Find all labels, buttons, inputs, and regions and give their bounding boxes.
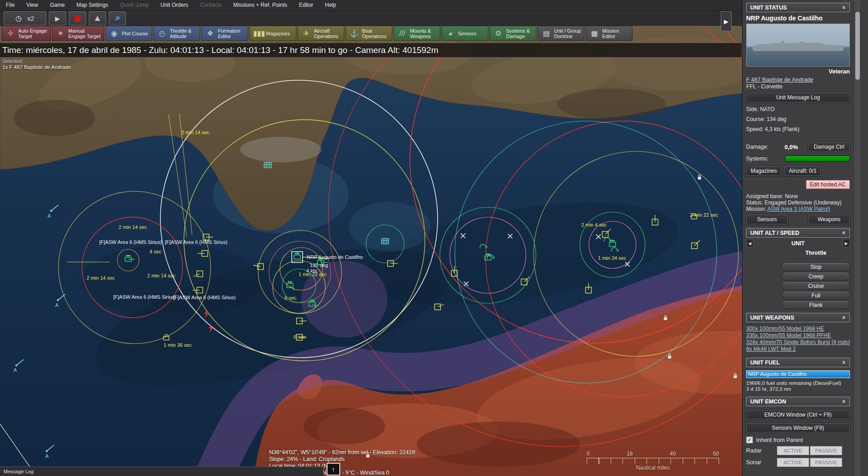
ribbon-button-plot-course[interactable]: ◉Plot Course [106, 26, 152, 41]
auto-engage-target-icon: ✛ [5, 31, 15, 36]
ribbon-button-boat-operations[interactable]: ⚓BoatOperations [346, 26, 392, 41]
message-log-bar[interactable]: Message Log [0, 466, 323, 476]
sensors-button[interactable]: Sensors [746, 214, 788, 224]
emcon-radar-active-button[interactable]: ACTIVE [777, 446, 809, 455]
map-label: A [48, 213, 51, 219]
map-label: 6 sec [285, 295, 297, 301]
mission-line: Mission: ASW Area 3 (ASW Patrol) [746, 206, 850, 212]
collapse-chevron-icon[interactable]: « [841, 231, 848, 234]
throttle-button-flank[interactable]: Flank [782, 301, 850, 309]
ribbon-button-magazines[interactable]: ▮▮▮Magazines [250, 26, 296, 41]
sidebar-expand-button[interactable]: ▶ [721, 11, 732, 31]
map-label: NRP Augusto de Castilho [307, 254, 363, 260]
unit-name: NRP Augusto de Castilho [746, 15, 850, 22]
damage-ctrl-button[interactable]: Damage Ctrl [808, 142, 850, 151]
menu-item-help[interactable]: Help [319, 0, 342, 10]
ribbon-button-sensors[interactable]: ◕Sensors [442, 26, 488, 41]
emcon-sonar-active-button[interactable]: ACTIVE [777, 458, 809, 467]
unit-status-header[interactable]: UNIT STATUS « [746, 3, 850, 12]
selected-value: 1x F 487 Baptiste de Andrade [2, 64, 71, 70]
menu-item-missions-ref-points[interactable]: Missions + Ref. Points [227, 0, 293, 10]
throttle-button-stop[interactable]: Stop [782, 262, 850, 271]
unit-side: Side: NATO [746, 106, 850, 112]
scale-tick-label: 50 [713, 451, 719, 457]
emcon-window-button[interactable]: EMCON Window (Ctrl + F9) [746, 410, 850, 419]
mission-link[interactable]: ASW Area 3 (ASW Patrol) [767, 206, 830, 212]
ribbon-button-throttle-altitude[interactable]: ◴Throttle &Altitude [154, 26, 200, 41]
emcon-sensor-label: Radar [746, 447, 776, 454]
prev-unit-button[interactable]: ◀ [746, 239, 753, 248]
throttle-button-creep[interactable]: Creep [782, 272, 850, 281]
menu-bar: FileViewGameMap SettingsQuick JumpUnit O… [0, 0, 868, 11]
edit-hosted-ac-button[interactable]: Edit hosted AC [806, 180, 850, 189]
emcon-radar-passive-button[interactable]: PASSIVE [810, 446, 842, 455]
sensors-icon: ◕ [445, 31, 455, 36]
menu-item-view[interactable]: View [20, 0, 44, 10]
weapon-link-6x-mk46-lwt-mod-2[interactable]: 6x Mk46 LWT Mod 2 [746, 346, 850, 353]
emcon-sensor-label: Sonar [746, 459, 776, 466]
reference-point-icon [264, 162, 271, 168]
fuel-selected-unit[interactable]: NRP Augusto de Castilho [746, 370, 850, 378]
ribbon-button-mounts-weapons[interactable]: ///Mounts &Weapons [394, 26, 440, 41]
unit-message-log-button[interactable]: Unit Message Log [746, 92, 850, 102]
play-button[interactable]: ▶ [49, 11, 66, 25]
throttle-button-cruise[interactable]: Cruise [782, 282, 850, 290]
stop-button[interactable] [69, 11, 86, 25]
ribbon-button-formation-editor[interactable]: ❖FormationEditor [202, 26, 248, 41]
menu-item-unit-orders[interactable]: Unit Orders [154, 0, 194, 10]
aircraft-button[interactable]: Aircraft: 0/1 [784, 166, 821, 176]
scale-tick-label: 18 [627, 451, 632, 457]
lock-icon [664, 317, 667, 320]
message-log-expand-button[interactable]: ↑ [327, 463, 340, 476]
weapon-link-335x-100mm-55-model-1968-pfhe[interactable]: 335x 100mm/55 Model 1968 PFHE [746, 332, 850, 339]
menu-item-map-settings[interactable]: Map Settings [71, 0, 114, 10]
inherit-from-parent-checkbox[interactable]: ✔ [746, 437, 753, 443]
time-compression-button[interactable]: ◷ x2 [4, 11, 46, 25]
map-label: 2 min 4 sec [581, 222, 607, 228]
jump-to-button[interactable]: ➔ [109, 11, 126, 25]
ribbon-button-label: Throttle &Altitude [170, 28, 192, 39]
unit-alt-speed-title: UNIT ALT / SPEED [750, 230, 799, 236]
map-view-button[interactable] [89, 11, 106, 25]
weapon-link-300x-100mm-55-model-1968-he[interactable]: 300x 100mm/55 Model 1968 HE [746, 325, 850, 332]
weapons-button[interactable]: Weapons [808, 214, 850, 224]
ribbon-button-manual-engage-target[interactable]: ✷ManualEngage Target [52, 26, 104, 41]
map-contact-ref[interactable] [264, 162, 271, 168]
collapse-chevron-icon[interactable]: « [841, 361, 848, 364]
unit-speed: Speed: 4,3 kts (Flank) [746, 126, 850, 132]
map-label: [F]ASW Area 6 (HMS Sirius) [173, 295, 236, 300]
menu-item-game[interactable]: Game [44, 0, 71, 10]
menu-item-file[interactable]: File [0, 0, 20, 10]
unit-emcon-header[interactable]: UNIT EMCON « [746, 397, 850, 406]
map-label: 4 kts [306, 268, 317, 273]
magazines-button[interactable]: Magazines [746, 166, 781, 176]
unit-weapons-header[interactable]: UNIT WEAPONS « [746, 313, 850, 322]
map-contact-ref[interactable] [381, 238, 389, 244]
unit-type: FFL - Corvette [746, 83, 850, 90]
lock-icon [734, 375, 737, 378]
ribbon-button-unit-group-doctrine[interactable]: ▤Unit / GroupDoctrine [538, 26, 584, 41]
ribbon-button-label: ManualEngage Target [68, 28, 101, 39]
ribbon-button-auto-engage-target[interactable]: ✛Auto EngageTarget [2, 26, 51, 41]
ribbon-button-mission-editor[interactable]: ▦MissionEditor [586, 26, 632, 41]
ribbon-button-aircraft-operations[interactable]: ✈AircraftOperations [298, 26, 344, 41]
unit-photo [746, 24, 850, 67]
next-unit-button[interactable]: ▶ [843, 239, 850, 248]
emcon-sonar-passive-button[interactable]: PASSIVE [810, 458, 842, 467]
collapse-chevron-icon[interactable]: « [841, 6, 848, 9]
menu-item-editor[interactable]: Editor [293, 0, 319, 10]
plot-course-icon: ◉ [109, 31, 119, 36]
throttle-button-full[interactable]: Full [782, 291, 850, 300]
unit-class-link[interactable]: F 487 Baptiste de Andrade [746, 77, 850, 83]
sidebar-scrollbar-thumb[interactable] [855, 12, 860, 80]
map-label: 2 min 14 sec [119, 224, 147, 230]
tactical-map[interactable]: 2 min 14 sec2 min 14 sec2 min 14 sec2 mi… [0, 0, 868, 476]
unit-alt-speed-header[interactable]: UNIT ALT / SPEED « [746, 228, 850, 238]
ribbon-button-systems-damage[interactable]: ⚙Systems &Damage [490, 26, 536, 41]
map-label: [F]ASW Area 6 (HMS Sirius) [165, 239, 227, 245]
collapse-chevron-icon[interactable]: « [841, 316, 848, 319]
unit-fuel-header[interactable]: UNIT FUEL « [746, 358, 850, 367]
sensors-window-button[interactable]: Sensors Window (F9) [746, 423, 850, 432]
collapse-chevron-icon[interactable]: « [841, 400, 848, 403]
weapon-link-324x-40mm-70-single-bofors-burst-4-rnds[interactable]: 324x 40mm/70 Single Bofors Burst [4 rnds… [746, 339, 850, 346]
